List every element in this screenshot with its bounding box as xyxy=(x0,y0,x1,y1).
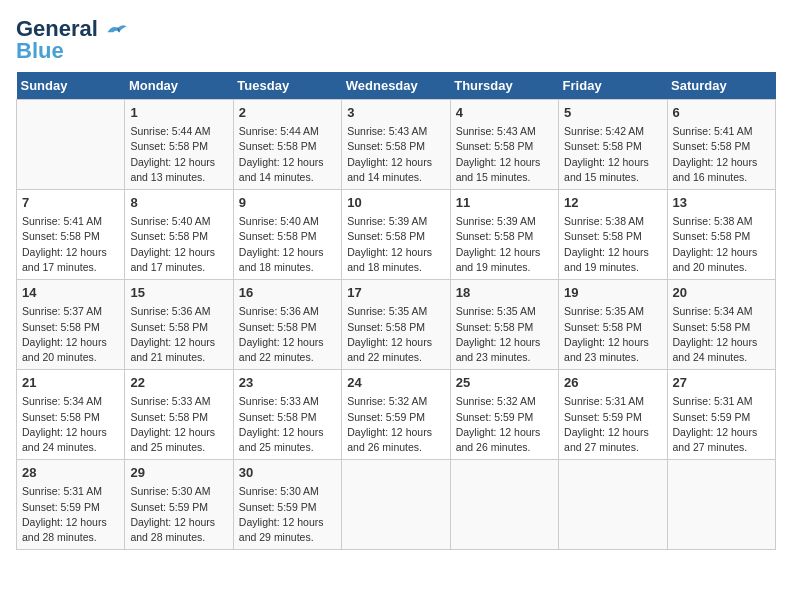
day-number: 25 xyxy=(456,374,553,392)
day-number: 19 xyxy=(564,284,661,302)
day-number: 10 xyxy=(347,194,444,212)
calendar-cell: 15Sunrise: 5:36 AM Sunset: 5:58 PM Dayli… xyxy=(125,280,233,370)
calendar-cell: 21Sunrise: 5:34 AM Sunset: 5:58 PM Dayli… xyxy=(17,370,125,460)
day-number: 15 xyxy=(130,284,227,302)
week-row-3: 14Sunrise: 5:37 AM Sunset: 5:58 PM Dayli… xyxy=(17,280,776,370)
day-number: 27 xyxy=(673,374,770,392)
calendar-cell: 29Sunrise: 5:30 AM Sunset: 5:59 PM Dayli… xyxy=(125,460,233,550)
day-number: 14 xyxy=(22,284,119,302)
calendar-cell xyxy=(450,460,558,550)
day-number: 23 xyxy=(239,374,336,392)
column-header-thursday: Thursday xyxy=(450,72,558,100)
day-info: Sunrise: 5:35 AM Sunset: 5:58 PM Dayligh… xyxy=(456,304,553,365)
calendar-cell: 6Sunrise: 5:41 AM Sunset: 5:58 PM Daylig… xyxy=(667,100,775,190)
logo-bottom: Blue xyxy=(16,38,64,64)
week-row-2: 7Sunrise: 5:41 AM Sunset: 5:58 PM Daylig… xyxy=(17,190,776,280)
calendar-cell xyxy=(342,460,450,550)
day-number: 21 xyxy=(22,374,119,392)
calendar-cell xyxy=(559,460,667,550)
calendar-cell: 13Sunrise: 5:38 AM Sunset: 5:58 PM Dayli… xyxy=(667,190,775,280)
column-header-saturday: Saturday xyxy=(667,72,775,100)
calendar-cell xyxy=(667,460,775,550)
day-number: 20 xyxy=(673,284,770,302)
calendar-cell: 4Sunrise: 5:43 AM Sunset: 5:58 PM Daylig… xyxy=(450,100,558,190)
calendar-cell: 12Sunrise: 5:38 AM Sunset: 5:58 PM Dayli… xyxy=(559,190,667,280)
day-info: Sunrise: 5:31 AM Sunset: 5:59 PM Dayligh… xyxy=(22,484,119,545)
day-number: 3 xyxy=(347,104,444,122)
day-number: 2 xyxy=(239,104,336,122)
day-number: 9 xyxy=(239,194,336,212)
day-number: 16 xyxy=(239,284,336,302)
day-info: Sunrise: 5:36 AM Sunset: 5:58 PM Dayligh… xyxy=(239,304,336,365)
column-header-wednesday: Wednesday xyxy=(342,72,450,100)
calendar-cell: 8Sunrise: 5:40 AM Sunset: 5:58 PM Daylig… xyxy=(125,190,233,280)
logo: General Blue xyxy=(16,16,128,64)
calendar-table: SundayMondayTuesdayWednesdayThursdayFrid… xyxy=(16,72,776,550)
day-number: 12 xyxy=(564,194,661,212)
calendar-cell: 25Sunrise: 5:32 AM Sunset: 5:59 PM Dayli… xyxy=(450,370,558,460)
day-number: 5 xyxy=(564,104,661,122)
day-number: 6 xyxy=(673,104,770,122)
calendar-cell: 28Sunrise: 5:31 AM Sunset: 5:59 PM Dayli… xyxy=(17,460,125,550)
day-number: 17 xyxy=(347,284,444,302)
calendar-cell: 30Sunrise: 5:30 AM Sunset: 5:59 PM Dayli… xyxy=(233,460,341,550)
day-info: Sunrise: 5:34 AM Sunset: 5:58 PM Dayligh… xyxy=(22,394,119,455)
day-info: Sunrise: 5:42 AM Sunset: 5:58 PM Dayligh… xyxy=(564,124,661,185)
day-info: Sunrise: 5:37 AM Sunset: 5:58 PM Dayligh… xyxy=(22,304,119,365)
calendar-cell xyxy=(17,100,125,190)
day-info: Sunrise: 5:32 AM Sunset: 5:59 PM Dayligh… xyxy=(456,394,553,455)
calendar-cell: 20Sunrise: 5:34 AM Sunset: 5:58 PM Dayli… xyxy=(667,280,775,370)
calendar-cell: 27Sunrise: 5:31 AM Sunset: 5:59 PM Dayli… xyxy=(667,370,775,460)
day-number: 24 xyxy=(347,374,444,392)
column-header-sunday: Sunday xyxy=(17,72,125,100)
day-info: Sunrise: 5:44 AM Sunset: 5:58 PM Dayligh… xyxy=(239,124,336,185)
day-info: Sunrise: 5:30 AM Sunset: 5:59 PM Dayligh… xyxy=(239,484,336,545)
page-header: General Blue xyxy=(16,16,776,64)
day-info: Sunrise: 5:40 AM Sunset: 5:58 PM Dayligh… xyxy=(239,214,336,275)
calendar-cell: 18Sunrise: 5:35 AM Sunset: 5:58 PM Dayli… xyxy=(450,280,558,370)
day-info: Sunrise: 5:36 AM Sunset: 5:58 PM Dayligh… xyxy=(130,304,227,365)
calendar-cell: 5Sunrise: 5:42 AM Sunset: 5:58 PM Daylig… xyxy=(559,100,667,190)
calendar-cell: 24Sunrise: 5:32 AM Sunset: 5:59 PM Dayli… xyxy=(342,370,450,460)
day-info: Sunrise: 5:39 AM Sunset: 5:58 PM Dayligh… xyxy=(347,214,444,275)
week-row-5: 28Sunrise: 5:31 AM Sunset: 5:59 PM Dayli… xyxy=(17,460,776,550)
calendar-cell: 10Sunrise: 5:39 AM Sunset: 5:58 PM Dayli… xyxy=(342,190,450,280)
day-info: Sunrise: 5:35 AM Sunset: 5:58 PM Dayligh… xyxy=(564,304,661,365)
day-info: Sunrise: 5:31 AM Sunset: 5:59 PM Dayligh… xyxy=(564,394,661,455)
day-number: 13 xyxy=(673,194,770,212)
day-number: 26 xyxy=(564,374,661,392)
day-info: Sunrise: 5:38 AM Sunset: 5:58 PM Dayligh… xyxy=(564,214,661,275)
day-number: 29 xyxy=(130,464,227,482)
calendar-cell: 22Sunrise: 5:33 AM Sunset: 5:58 PM Dayli… xyxy=(125,370,233,460)
calendar-cell: 9Sunrise: 5:40 AM Sunset: 5:58 PM Daylig… xyxy=(233,190,341,280)
day-number: 18 xyxy=(456,284,553,302)
column-header-friday: Friday xyxy=(559,72,667,100)
day-info: Sunrise: 5:43 AM Sunset: 5:58 PM Dayligh… xyxy=(347,124,444,185)
calendar-cell: 3Sunrise: 5:43 AM Sunset: 5:58 PM Daylig… xyxy=(342,100,450,190)
calendar-cell: 2Sunrise: 5:44 AM Sunset: 5:58 PM Daylig… xyxy=(233,100,341,190)
day-info: Sunrise: 5:38 AM Sunset: 5:58 PM Dayligh… xyxy=(673,214,770,275)
day-info: Sunrise: 5:33 AM Sunset: 5:58 PM Dayligh… xyxy=(130,394,227,455)
calendar-cell: 11Sunrise: 5:39 AM Sunset: 5:58 PM Dayli… xyxy=(450,190,558,280)
bird-icon xyxy=(106,19,128,41)
calendar-cell: 16Sunrise: 5:36 AM Sunset: 5:58 PM Dayli… xyxy=(233,280,341,370)
day-info: Sunrise: 5:41 AM Sunset: 5:58 PM Dayligh… xyxy=(22,214,119,275)
calendar-cell: 26Sunrise: 5:31 AM Sunset: 5:59 PM Dayli… xyxy=(559,370,667,460)
day-info: Sunrise: 5:35 AM Sunset: 5:58 PM Dayligh… xyxy=(347,304,444,365)
day-info: Sunrise: 5:31 AM Sunset: 5:59 PM Dayligh… xyxy=(673,394,770,455)
day-info: Sunrise: 5:32 AM Sunset: 5:59 PM Dayligh… xyxy=(347,394,444,455)
day-info: Sunrise: 5:44 AM Sunset: 5:58 PM Dayligh… xyxy=(130,124,227,185)
calendar-cell: 7Sunrise: 5:41 AM Sunset: 5:58 PM Daylig… xyxy=(17,190,125,280)
day-info: Sunrise: 5:43 AM Sunset: 5:58 PM Dayligh… xyxy=(456,124,553,185)
header-row: SundayMondayTuesdayWednesdayThursdayFrid… xyxy=(17,72,776,100)
calendar-cell: 19Sunrise: 5:35 AM Sunset: 5:58 PM Dayli… xyxy=(559,280,667,370)
day-number: 7 xyxy=(22,194,119,212)
day-number: 1 xyxy=(130,104,227,122)
calendar-cell: 1Sunrise: 5:44 AM Sunset: 5:58 PM Daylig… xyxy=(125,100,233,190)
day-info: Sunrise: 5:39 AM Sunset: 5:58 PM Dayligh… xyxy=(456,214,553,275)
day-number: 4 xyxy=(456,104,553,122)
calendar-cell: 17Sunrise: 5:35 AM Sunset: 5:58 PM Dayli… xyxy=(342,280,450,370)
calendar-cell: 23Sunrise: 5:33 AM Sunset: 5:58 PM Dayli… xyxy=(233,370,341,460)
day-number: 11 xyxy=(456,194,553,212)
column-header-tuesday: Tuesday xyxy=(233,72,341,100)
